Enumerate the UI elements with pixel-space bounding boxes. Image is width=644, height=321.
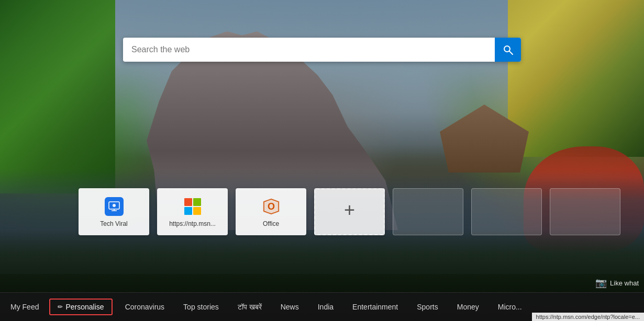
quick-link-office[interactable]: O Office xyxy=(236,188,306,235)
nav-micro[interactable]: Micro... xyxy=(488,293,531,321)
quick-link-tech-viral[interactable]: Tech Viral xyxy=(79,188,149,235)
nav-top-stories[interactable]: Top stories xyxy=(174,293,228,321)
quick-links: Tech Viral https://ntp.msn... O Office + xyxy=(79,188,620,235)
svg-rect-8 xyxy=(193,198,201,206)
pencil-icon: ✏ xyxy=(58,303,63,311)
nav-news[interactable]: News xyxy=(271,293,308,321)
nav-personalise[interactable]: ✏ Personalise xyxy=(49,299,112,315)
svg-rect-10 xyxy=(193,207,201,215)
nav-my-feed[interactable]: My Feed xyxy=(0,293,46,321)
search-container xyxy=(123,38,521,62)
office-label: Office xyxy=(263,220,279,227)
quick-link-msn[interactable]: https://ntp.msn... xyxy=(157,188,228,235)
svg-rect-9 xyxy=(184,207,192,215)
nav-money[interactable]: Money xyxy=(448,293,488,321)
empty-slot-3 xyxy=(550,188,620,235)
nav-india[interactable]: India xyxy=(308,293,343,321)
status-bar-url: https://ntp.msn.com/edge/ntp?locale=e... xyxy=(532,313,644,321)
tech-viral-icon xyxy=(104,196,125,217)
nav-coronavirus[interactable]: Coronavirus xyxy=(116,293,174,321)
empty-slot-1 xyxy=(393,188,463,235)
tech-viral-label: Tech Viral xyxy=(100,220,127,227)
search-button[interactable] xyxy=(495,38,521,62)
search-box xyxy=(123,38,521,62)
add-icon: + xyxy=(339,200,360,221)
svg-text:O: O xyxy=(267,201,274,212)
nav-top-khabar[interactable]: टॉप खबरें xyxy=(228,293,271,321)
search-icon xyxy=(503,44,513,55)
msn-icon xyxy=(182,196,203,217)
like-what-container: 📷 Like what xyxy=(595,277,639,289)
svg-point-4 xyxy=(113,204,116,207)
svg-line-1 xyxy=(509,51,513,54)
msn-label: https://ntp.msn... xyxy=(169,220,216,227)
camera-icon: 📷 xyxy=(595,277,607,289)
quick-link-add[interactable]: + xyxy=(314,188,385,235)
empty-slot-2 xyxy=(471,188,542,235)
nav-sports[interactable]: Sports xyxy=(407,293,447,321)
nav-entertainment[interactable]: Entertainment xyxy=(343,293,407,321)
svg-rect-7 xyxy=(184,198,192,206)
foreground-foliage xyxy=(0,230,644,292)
trees-left xyxy=(0,0,115,193)
like-what-text: Like what xyxy=(610,279,639,287)
office-icon: O xyxy=(261,196,282,217)
personalise-label: Personalise xyxy=(65,303,104,311)
search-input[interactable] xyxy=(123,38,495,62)
